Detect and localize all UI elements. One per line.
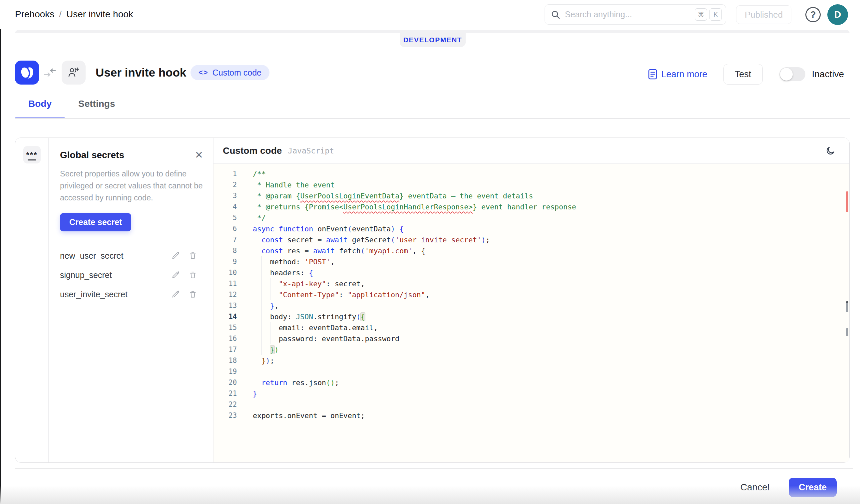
- connection-arrows-icon: [43, 66, 57, 78]
- create-secret-button[interactable]: Create secret: [60, 213, 131, 231]
- delete-secret-icon[interactable]: [188, 271, 197, 279]
- line-number: 5: [214, 212, 237, 223]
- custom-code-badge-label: Custom code: [213, 68, 261, 77]
- lint-error-marker: [846, 191, 848, 212]
- custom-code-badge: <> Custom code: [190, 65, 270, 80]
- code-line: 2* Handle the event: [214, 179, 849, 190]
- indent-guide: [253, 179, 257, 190]
- indent-guide: [270, 278, 279, 289]
- indent-guide: [253, 366, 261, 377]
- code-line: 1/**: [214, 168, 849, 179]
- cmd-key-hint: ⌘: [695, 8, 707, 21]
- edit-secret-icon[interactable]: [171, 271, 180, 279]
- page-title: User invite hook: [96, 66, 186, 79]
- secrets-block-icon: ***: [23, 146, 41, 163]
- indent-guide: [261, 289, 270, 300]
- line-number: 12: [214, 289, 237, 300]
- breadcrumb-separator: /: [59, 9, 62, 20]
- hook-body-card: *** Global secrets ✕ Secret properties a…: [15, 137, 850, 463]
- edit-secret-icon[interactable]: [171, 290, 180, 299]
- code-line: 23exports.onEvent = onEvent;: [214, 410, 849, 421]
- code-line: 3* @param {UserPoolsLoginEventData} even…: [214, 190, 849, 202]
- delete-secret-icon[interactable]: [188, 290, 197, 299]
- code-line: 5*/: [214, 212, 849, 223]
- line-number: 16: [214, 333, 237, 344]
- indent-guide: [253, 190, 257, 202]
- code-line: 22: [214, 399, 849, 410]
- active-toggle[interactable]: [779, 67, 805, 81]
- tab-settings[interactable]: Settings: [65, 99, 128, 119]
- indent-guide: [270, 333, 279, 344]
- code-editor[interactable]: 1/**2* Handle the event3* @param {UserPo…: [214, 164, 849, 462]
- search-placeholder: Search anything...: [565, 10, 692, 19]
- indent-guide: [270, 289, 279, 300]
- secret-list: new_user_secretsignup_secretuser_invite_…: [60, 246, 203, 304]
- code-editor-title: Custom code: [223, 146, 282, 156]
- tab-body[interactable]: Body: [15, 99, 65, 119]
- line-number: 22: [214, 399, 237, 410]
- user-add-icon: [67, 66, 80, 79]
- help-icon[interactable]: ?: [805, 7, 821, 22]
- indent-guide: [261, 322, 270, 333]
- secret-row: signup_secret: [60, 265, 203, 285]
- bottom-fade: [0, 486, 860, 504]
- learn-more-link[interactable]: Learn more: [648, 69, 707, 79]
- cancel-button[interactable]: Cancel: [741, 482, 770, 493]
- delete-secret-icon[interactable]: [188, 251, 197, 260]
- code-line: 9method: 'POST',: [214, 256, 849, 267]
- close-icon[interactable]: ✕: [195, 150, 203, 160]
- breadcrumb-prehooks[interactable]: Prehooks: [15, 9, 54, 20]
- line-number: 2: [214, 179, 237, 190]
- line-number: 4: [214, 202, 237, 212]
- line-number: 18: [214, 355, 237, 366]
- create-button[interactable]: Create: [789, 478, 837, 497]
- breadcrumb: Prehooks / User invite hook: [15, 9, 133, 20]
- code-line: 17}): [214, 344, 849, 355]
- code-line: 8const res = await fetch('myapi.com', {: [214, 245, 849, 256]
- indent-guide: [253, 256, 261, 267]
- line-number: 19: [214, 366, 237, 377]
- underline-bar: [28, 160, 36, 161]
- search-input[interactable]: Search anything... ⌘ K: [545, 4, 726, 25]
- code-editor-panel: Custom code JavaScript 1/**2* Handle the…: [214, 138, 849, 462]
- secret-name: user_invite_secret: [60, 290, 171, 299]
- logo-eggs-icon: [15, 61, 39, 85]
- hook-type-tile: [62, 61, 86, 85]
- dark-mode-toggle[interactable]: [825, 146, 835, 156]
- line-number: 21: [214, 388, 237, 399]
- code-brackets-icon: <>: [199, 68, 209, 77]
- code-language-label: JavaScript: [288, 147, 334, 155]
- indent-guide: [253, 245, 261, 256]
- global-secrets-panel: Global secrets ✕ Secret properties allow…: [48, 138, 214, 462]
- indent-guide: [261, 267, 270, 278]
- code-line: 12"Content-Type": "application/json",: [214, 289, 849, 300]
- code-lines: 1/**2* Handle the event3* @param {UserPo…: [214, 168, 849, 421]
- indent-guide: [261, 333, 270, 344]
- line-number: 17: [214, 344, 237, 355]
- indent-guide: [253, 202, 257, 212]
- breadcrumb-current: User invite hook: [66, 9, 133, 20]
- code-line: 7const secret = await getSecret('user_in…: [214, 234, 849, 245]
- secret-name: signup_secret: [60, 270, 171, 280]
- indent-guide: [253, 355, 261, 366]
- indent-guide: [253, 333, 261, 344]
- line-number: 23: [214, 410, 237, 421]
- test-button[interactable]: Test: [723, 64, 763, 85]
- code-line: 18});: [214, 355, 849, 366]
- line-number: 6: [214, 223, 237, 234]
- footer-actions: Cancel Create: [741, 478, 837, 497]
- line-number: 14: [214, 311, 237, 322]
- indent-guide: [253, 300, 261, 311]
- avatar[interactable]: D: [827, 4, 848, 25]
- secrets-description: Secret properties allow you to define pr…: [60, 168, 203, 204]
- indent-guide: [253, 267, 261, 278]
- secret-row: user_invite_secret: [60, 285, 203, 304]
- indent-guide: [270, 322, 279, 333]
- k-key-hint: K: [710, 8, 722, 21]
- published-button[interactable]: Published: [736, 5, 791, 24]
- status-label: Inactive: [812, 69, 844, 79]
- edit-secret-icon[interactable]: [171, 251, 180, 260]
- code-line: 20return res.json();: [214, 377, 849, 388]
- scrollbar-marker-1: [846, 301, 848, 312]
- indent-guide: [261, 300, 270, 311]
